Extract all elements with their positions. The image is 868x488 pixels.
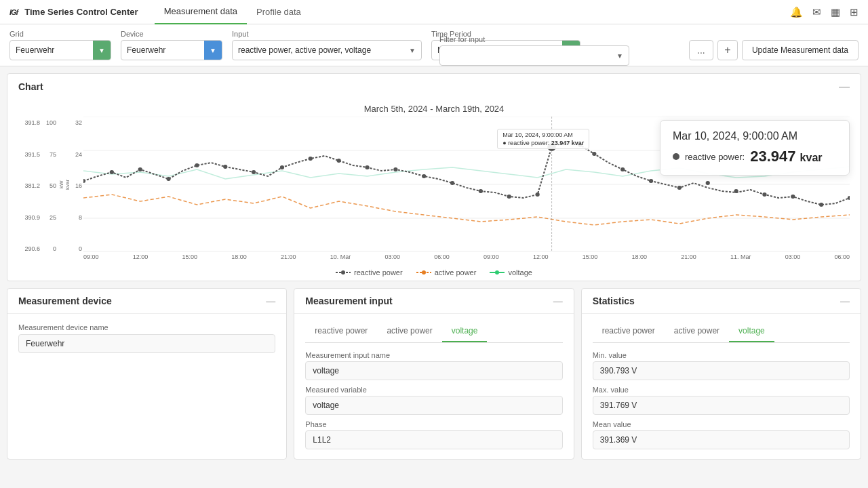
measurement-input-tabs: reactive power active power voltage	[305, 321, 562, 343]
statistics-tabs: reactive power active power voltage	[593, 321, 850, 343]
measurement-device-content: Measurement device name Feuerwehr	[7, 314, 286, 369]
svg-point-16	[393, 167, 397, 171]
svg-point-28	[706, 181, 710, 185]
grid-select[interactable]: Feuerwehr ▼	[9, 40, 111, 60]
measured-variable-value: voltage	[305, 396, 562, 415]
stat-tab-reactive[interactable]: reactive power	[593, 321, 665, 342]
measurement-device-title: Measurement device	[18, 296, 112, 306]
mean-value-field: Mean value 391.369 V	[593, 420, 850, 449]
input-value: reactive power, active power, voltage	[238, 45, 409, 55]
header-icons: 🔔 ✉ ▦ ⊞	[790, 6, 859, 18]
svg-point-19	[479, 189, 483, 193]
mean-value-label: Mean value	[593, 420, 850, 428]
tab-active-power[interactable]: active power	[377, 321, 441, 342]
chart-legend: reactive power active power voltage	[18, 268, 850, 277]
device-dropdown-btn[interactable]: ▼	[204, 41, 222, 60]
measurement-input-title: Measurement input	[305, 296, 392, 306]
chart-date-title: March 5th, 2024 - March 19th, 2024	[18, 104, 850, 114]
svg-point-33	[848, 196, 850, 200]
nav-measurement[interactable]: Measurement data	[155, 0, 247, 24]
measurement-input-collapse[interactable]: —	[553, 296, 563, 306]
x-axis: 09:00 12:00 15:00 18:00 21:00 10. Mar 03…	[83, 252, 850, 260]
tooltip-value-bold: 23.947 kvar	[750, 148, 822, 165]
svg-point-40	[495, 270, 499, 274]
legend-voltage: voltage	[490, 268, 532, 277]
y-axis-kw: 100 75 50 25 0	[43, 117, 58, 252]
tooltip-metric: reactive power:	[685, 152, 745, 162]
svg-point-29	[734, 189, 738, 193]
statistics-title: Statistics	[593, 296, 635, 306]
grid-label: Grid	[9, 30, 111, 38]
input-select[interactable]: reactive power, active power, voltage ▼	[232, 40, 422, 60]
device-select[interactable]: Feuerwehr ▼	[121, 40, 222, 60]
max-value-field: Max. value 391.769 V	[593, 386, 850, 415]
max-value: 391.769 V	[593, 396, 850, 415]
input-name-value: voltage	[305, 361, 562, 380]
svg-point-10	[223, 165, 227, 169]
statistics-header: Statistics —	[582, 289, 861, 314]
svg-point-36	[341, 270, 345, 274]
svg-point-20	[507, 195, 511, 199]
measured-variable-label: Measured variable	[305, 386, 562, 394]
chart-collapse-icon[interactable]: —	[839, 81, 850, 93]
input-name-field: Measurement input name voltage	[305, 351, 562, 380]
min-value: 390.793 V	[593, 361, 850, 380]
chart-section-header: Chart —	[7, 74, 861, 100]
svg-point-14	[337, 159, 341, 163]
measurement-device-header: Measurement device —	[7, 289, 286, 314]
grid-icon[interactable]: ⊞	[850, 6, 859, 18]
svg-point-8	[166, 177, 170, 181]
main-nav: Measurement data Profile data	[155, 0, 311, 24]
y-axis-left: 391.8 391.5 381.2 390.9 290.6	[18, 117, 43, 252]
svg-point-27	[677, 186, 682, 190]
svg-point-38	[422, 270, 426, 274]
tab-reactive-power[interactable]: reactive power	[305, 321, 377, 342]
measurement-device-panel: Measurement device — Measurement device …	[7, 288, 287, 460]
filter-label: Filter for input	[439, 35, 629, 43]
legend-reactive-power: reactive power	[336, 268, 403, 277]
stat-tab-active[interactable]: active power	[665, 321, 729, 342]
svg-point-6	[110, 170, 114, 174]
svg-point-9	[195, 163, 199, 167]
bottom-panels: Measurement device — Measurement device …	[7, 288, 861, 460]
svg-point-11	[252, 170, 256, 174]
input-name-label: Measurement input name	[305, 351, 562, 359]
nav-profile[interactable]: Profile data	[247, 0, 311, 24]
filter-select[interactable]: ▼	[439, 45, 629, 66]
filter-control: Filter for input ▼	[439, 35, 629, 66]
table-icon[interactable]: ▦	[831, 6, 840, 18]
max-value-label: Max. value	[593, 386, 850, 394]
bell-icon[interactable]: 🔔	[790, 6, 803, 18]
controls-bar: Grid Feuerwehr ▼ Device Feuerwehr ▼ Inpu…	[0, 24, 868, 66]
chart-wrapper: 391.8 391.5 381.2 390.9 290.6 100 75 50 …	[18, 117, 850, 266]
svg-point-12	[280, 165, 284, 169]
y-axis-right: 32 24 16 8 0	[71, 117, 83, 252]
update-button[interactable]: Update Measurement data	[742, 40, 859, 60]
device-name-label: Measurement device name	[18, 323, 275, 331]
app-logo: IGf	[9, 8, 18, 16]
statistics-collapse[interactable]: —	[840, 296, 850, 306]
tooltip-date: Mar 10, 2024, 9:00:00 AM	[673, 130, 837, 142]
stat-tab-voltage[interactable]: voltage	[729, 321, 774, 342]
legend-active-power: active power	[416, 268, 477, 277]
input-label: Input	[232, 30, 422, 38]
chart-area: March 5th, 2024 - March 19th, 2024 391.8…	[7, 100, 861, 281]
dots-button[interactable]: ...	[689, 40, 713, 60]
chart-tooltip: Mar 10, 2024, 9:00:00 AM reactive power:…	[660, 120, 850, 176]
measurement-device-collapse[interactable]: —	[266, 296, 275, 306]
grid-value: Feuerwehr	[10, 45, 93, 55]
input-arrow-icon: ▼	[409, 47, 416, 54]
plus-button[interactable]: +	[717, 40, 738, 60]
svg-point-17	[422, 174, 426, 178]
filter-arrow-icon: ▼	[616, 52, 623, 60]
svg-point-25	[620, 167, 625, 171]
statistics-content: reactive power active power voltage Min.…	[582, 314, 861, 459]
svg-point-31	[791, 195, 795, 199]
chart-svg-container[interactable]: 09:00 12:00 15:00 18:00 21:00 10. Mar 03…	[83, 117, 850, 266]
device-value: Feuerwehr	[121, 45, 204, 55]
tab-voltage[interactable]: voltage	[442, 321, 488, 342]
statistics-panel: Statistics — reactive power active power…	[581, 288, 861, 460]
grid-dropdown-btn[interactable]: ▼	[93, 41, 111, 60]
chart-title-label: Chart	[18, 81, 43, 92]
mail-icon[interactable]: ✉	[812, 6, 821, 18]
